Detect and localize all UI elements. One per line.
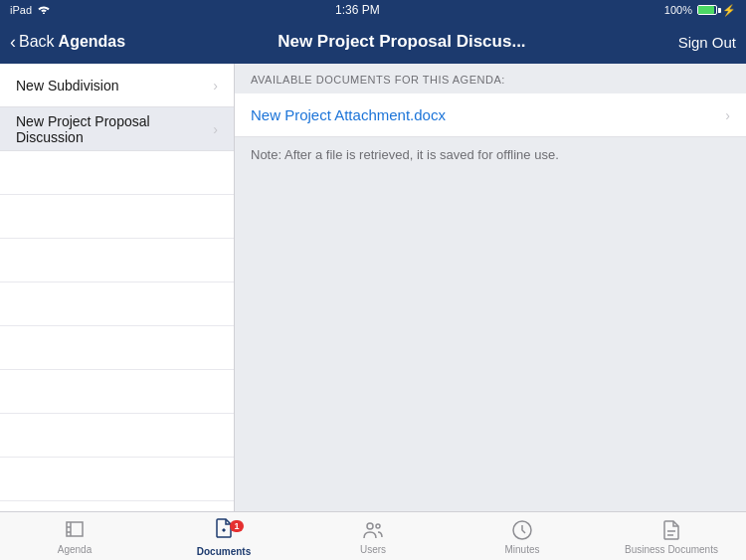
content-area: AVAILABLE DOCUMENTS FOR THIS AGENDA: New…	[235, 64, 746, 511]
tab-documents[interactable]: 1 Documents	[149, 512, 298, 560]
tab-users[interactable]: Users	[298, 512, 448, 560]
nav-bar: ‹ Back Agendas New Project Proposal Disc…	[0, 20, 746, 64]
sidebar-item-label: New Project Proposal Discussion	[16, 113, 213, 145]
sidebar-empty-row	[0, 326, 234, 370]
users-icon	[361, 518, 385, 542]
tab-minutes-label: Minutes	[504, 544, 539, 555]
status-right: 100% ⚡	[664, 4, 736, 17]
document-icon	[659, 518, 683, 542]
doc-chevron-icon: ›	[725, 107, 730, 123]
sidebar-item-new-subdivision[interactable]: New Subdivision ›	[0, 64, 234, 107]
svg-point-0	[367, 523, 373, 529]
back-label: Back	[19, 33, 55, 51]
battery-percent: 100%	[664, 4, 692, 16]
sidebar-item-new-project-proposal[interactable]: New Project Proposal Discussion ›	[0, 107, 234, 151]
nav-title-left: Agendas	[59, 33, 126, 51]
back-chevron-icon: ‹	[10, 33, 16, 51]
sidebar-empty-row	[0, 414, 234, 458]
doc-note: Note: After a file is retrieved, it is s…	[235, 137, 746, 172]
sidebar-empty-row	[0, 239, 234, 282]
charging-icon: ⚡	[722, 4, 736, 17]
status-time: 1:36 PM	[335, 3, 380, 17]
nav-left-group: ‹ Back Agendas	[10, 33, 125, 51]
sidebar-empty-row	[0, 458, 234, 501]
sidebar-empty-row	[0, 282, 234, 326]
status-bar: iPad 1:36 PM 100% ⚡	[0, 0, 746, 20]
nav-title-center: New Project Proposal Discus...	[135, 32, 667, 52]
book-icon	[63, 518, 87, 542]
sidebar-empty-row	[0, 501, 234, 511]
sign-out-button[interactable]: Sign Out	[678, 34, 736, 51]
doc-item-name: New Project Attachment.docx	[251, 106, 446, 123]
wifi-icon	[37, 4, 51, 16]
sidebar-item-label: New Subdivision	[16, 78, 119, 93]
tab-documents-badge: 1	[230, 520, 244, 532]
sidebar-chevron-icon: ›	[213, 121, 218, 137]
doc-item[interactable]: New Project Attachment.docx ›	[235, 93, 746, 137]
sidebar-empty-row	[0, 195, 234, 239]
doc-list: New Project Attachment.docx ›	[235, 93, 746, 137]
back-button[interactable]: ‹ Back	[10, 33, 55, 51]
device-label: iPad	[10, 4, 32, 16]
main-layout: New Subdivision › New Project Proposal D…	[0, 64, 746, 511]
svg-point-1	[376, 524, 380, 528]
tab-business-documents-label: Business Documents	[625, 544, 718, 555]
clock-icon	[510, 518, 534, 542]
tab-agenda[interactable]: Agenda	[0, 512, 149, 560]
status-left: iPad	[10, 4, 51, 16]
sidebar-chevron-icon: ›	[213, 78, 218, 93]
tab-agenda-label: Agenda	[58, 544, 92, 555]
available-docs-header: AVAILABLE DOCUMENTS FOR THIS AGENDA:	[235, 64, 746, 93]
battery-icon	[697, 5, 717, 15]
tab-documents-label: Documents	[197, 546, 251, 557]
tab-bar: Agenda 1 Documents Users Minutes	[0, 511, 746, 560]
tab-users-label: Users	[360, 544, 386, 555]
sidebar-empty-row	[0, 151, 234, 195]
tab-business-documents[interactable]: Business Documents	[597, 512, 746, 560]
sidebar-empty-row	[0, 370, 234, 414]
sidebar: New Subdivision › New Project Proposal D…	[0, 64, 235, 511]
tab-minutes[interactable]: Minutes	[448, 512, 597, 560]
